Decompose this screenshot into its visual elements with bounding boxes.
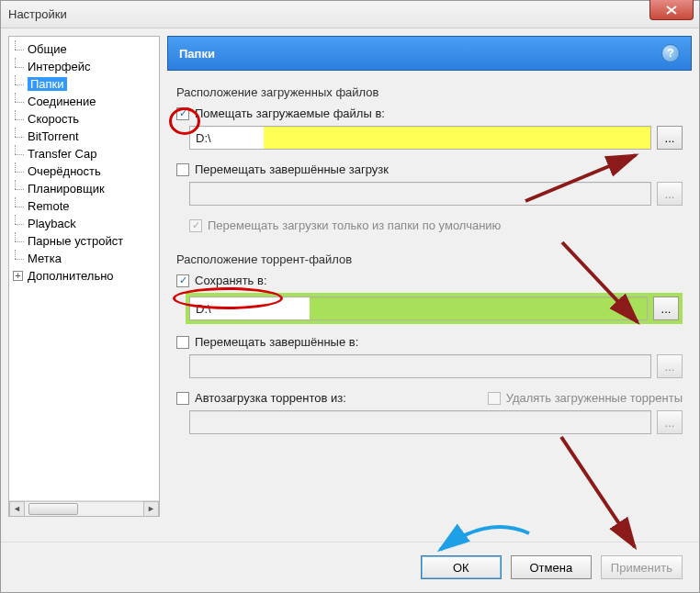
scroll-left-icon[interactable]: ◄ bbox=[9, 501, 25, 517]
save-to-browse-button[interactable]: ... bbox=[653, 296, 679, 320]
put-files-checkbox[interactable] bbox=[176, 107, 189, 120]
group-downloads-title: Расположение загруженных файлов bbox=[176, 85, 683, 99]
help-button[interactable]: ? bbox=[661, 44, 680, 62]
autoload-path-row: ... bbox=[189, 410, 683, 434]
cancel-button[interactable]: Отмена bbox=[511, 555, 592, 579]
sidebar-item-playback[interactable]: Playback bbox=[15, 215, 159, 232]
dialog-buttons: ОК Отмена Применить bbox=[1, 542, 699, 592]
scroll-right-icon[interactable]: ► bbox=[143, 501, 159, 517]
move-done-label: Перемещать завершённые в: bbox=[195, 335, 358, 349]
row-only-default: Перемещать загрузки только из папки по у… bbox=[189, 218, 683, 232]
autoload-label: Автозагрузка торрентов из: bbox=[195, 391, 346, 405]
row-put-files: Помещать загружаемые файлы в: bbox=[176, 106, 683, 120]
panel-title: Папки bbox=[179, 47, 215, 61]
row-move-done: Перемещать завершённые в: bbox=[176, 335, 683, 349]
row-move-completed: Перемещать завершённые загрузк bbox=[176, 162, 683, 176]
titlebar-buttons bbox=[649, 1, 699, 28]
sidebar-item-connection[interactable]: Соединение bbox=[15, 93, 159, 110]
move-completed-checkbox[interactable] bbox=[176, 163, 189, 176]
save-to-path-row: D:\ ... bbox=[186, 293, 683, 324]
put-files-label: Помещать загружаемые файлы в: bbox=[195, 106, 385, 120]
scroll-track[interactable] bbox=[25, 501, 143, 517]
put-files-path-row: D:\ ... bbox=[189, 126, 683, 150]
only-default-label: Перемещать загрузки только из папки по у… bbox=[208, 218, 501, 232]
delete-loaded-label: Удалять загруженные торренты bbox=[506, 391, 683, 405]
sidebar-item-queue[interactable]: Очерёдность bbox=[15, 162, 159, 180]
group-downloads: Расположение загруженных файлов Помещать… bbox=[167, 80, 692, 238]
panel-header: Папки ? bbox=[167, 36, 692, 71]
autoload-browse-button[interactable]: ... bbox=[657, 410, 683, 434]
sidebar-item-transfer-cap[interactable]: Transfer Cap bbox=[15, 145, 159, 162]
close-button[interactable] bbox=[649, 0, 694, 20]
move-done-checkbox[interactable] bbox=[176, 336, 189, 349]
sidebar-hscroll[interactable]: ◄ ► bbox=[9, 500, 159, 516]
move-completed-browse-button[interactable]: ... bbox=[657, 182, 683, 206]
sidebar-item-remote[interactable]: Remote bbox=[15, 197, 159, 215]
row-autoload: Автозагрузка торрентов из: Удалять загру… bbox=[176, 391, 683, 405]
sidebar-item-paired[interactable]: Парные устройст bbox=[15, 232, 159, 250]
category-tree: Общие Интерфейс Папки Соединение Скорост… bbox=[9, 40, 159, 285]
save-to-label: Сохранять в: bbox=[195, 274, 267, 287]
sidebar-item-interface[interactable]: Интерфейс bbox=[15, 58, 159, 75]
group-torrents-title: Расположение торрент-файлов bbox=[176, 252, 683, 266]
settings-window: Настройки Общие Интерфейс Папки Соединен… bbox=[0, 0, 700, 593]
sidebar-item-speed[interactable]: Скорость bbox=[15, 110, 159, 128]
close-icon bbox=[666, 6, 677, 15]
save-to-path-input[interactable]: D:\ bbox=[189, 296, 648, 320]
sidebar-item-bittorrent[interactable]: BitTorrent bbox=[15, 128, 159, 145]
scroll-thumb[interactable] bbox=[28, 503, 78, 515]
move-completed-label: Перемещать завершённые загрузк bbox=[195, 162, 389, 176]
move-completed-path-row: ... bbox=[189, 182, 683, 206]
sidebar-item-advanced[interactable]: Дополнительно bbox=[15, 267, 159, 285]
delete-loaded-checkbox bbox=[488, 392, 501, 405]
autoload-checkbox[interactable] bbox=[176, 392, 189, 405]
save-to-checkbox[interactable] bbox=[176, 274, 189, 287]
only-default-checkbox bbox=[189, 219, 202, 232]
window-title: Настройки bbox=[1, 7, 67, 21]
put-files-path-input[interactable]: D:\ bbox=[189, 126, 651, 150]
move-done-path-input[interactable] bbox=[189, 354, 651, 378]
sidebar: Общие Интерфейс Папки Соединение Скорост… bbox=[8, 36, 160, 517]
sidebar-item-folders[interactable]: Папки bbox=[15, 75, 159, 93]
put-files-browse-button[interactable]: ... bbox=[657, 126, 683, 150]
sidebar-item-label[interactable]: Метка bbox=[15, 250, 159, 267]
sidebar-item-scheduler[interactable]: Планировщик bbox=[15, 180, 159, 197]
ok-button[interactable]: ОК bbox=[421, 555, 502, 579]
titlebar: Настройки bbox=[1, 1, 699, 28]
move-done-browse-button[interactable]: ... bbox=[657, 354, 683, 378]
row-save-to: Сохранять в: bbox=[176, 274, 683, 287]
autoload-path-input[interactable] bbox=[189, 410, 651, 434]
move-done-path-row: ... bbox=[189, 354, 683, 378]
sidebar-item-general[interactable]: Общие bbox=[15, 40, 159, 58]
dialog-body: Общие Интерфейс Папки Соединение Скорост… bbox=[1, 28, 699, 524]
main-panel: Папки ? Расположение загруженных файлов … bbox=[167, 36, 692, 517]
move-completed-path-input[interactable] bbox=[189, 182, 651, 206]
group-torrents: Расположение торрент-файлов Сохранять в:… bbox=[167, 247, 692, 447]
apply-button[interactable]: Применить bbox=[601, 555, 683, 579]
